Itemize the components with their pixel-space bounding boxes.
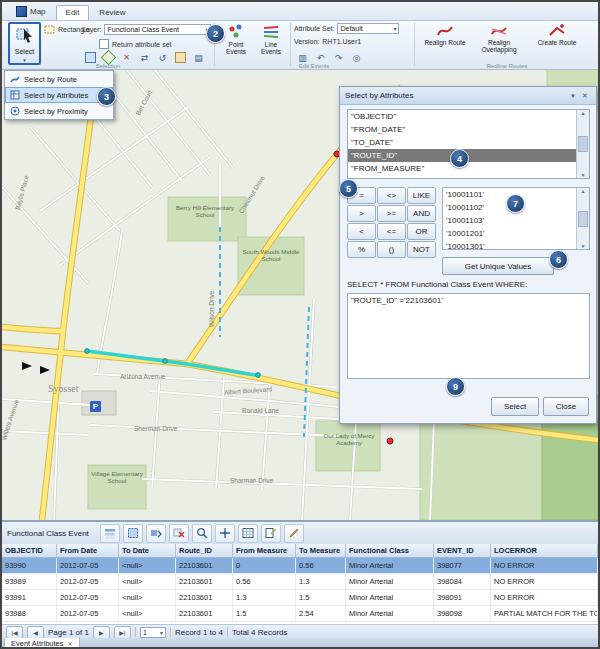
- select-tool-button[interactable]: Select ▾: [8, 22, 41, 65]
- field-item[interactable]: "FROM_MEASURE": [348, 162, 589, 175]
- where-clause-textarea[interactable]: "ROUTE_ID" ='22103601': [347, 293, 590, 379]
- column-header-from-date[interactable]: From Date: [57, 544, 119, 557]
- data-grid-icon[interactable]: [238, 524, 258, 543]
- callout-2: 2: [206, 24, 225, 43]
- fields-scrollbar[interactable]: ▲ ▼: [576, 110, 589, 178]
- first-page-button[interactable]: |◀: [6, 626, 23, 639]
- layer-combobox[interactable]: Functional Class Event ▾: [104, 24, 211, 35]
- scrollbar-thumb[interactable]: [578, 211, 588, 227]
- get-unique-values-button[interactable]: Get Unique Values: [442, 257, 554, 275]
- scroll-up-icon[interactable]: ▲: [581, 188, 586, 194]
- tab-review-label: Review: [99, 8, 125, 17]
- value-item[interactable]: '10001201': [443, 227, 589, 240]
- table-header-row[interactable]: OBJECTID From Date To Date Route_ID From…: [2, 544, 598, 558]
- create-route-button[interactable]: Create Route: [532, 23, 582, 64]
- edit-events-group-label: Edit Events: [218, 63, 410, 69]
- layer-list-icon[interactable]: [100, 524, 120, 543]
- column-header-locerror[interactable]: LOCERROR: [491, 544, 598, 557]
- value-item[interactable]: '10001103': [443, 214, 589, 227]
- pager-separator: [170, 627, 171, 637]
- selection-group-label: Selection: [6, 63, 210, 69]
- layer-combobox-value: Functional Class Event: [107, 26, 179, 33]
- menu-item-select-by-proximity[interactable]: Select by Proximity: [5, 103, 113, 119]
- cell: NO ERROR: [491, 574, 598, 589]
- operator-less-button[interactable]: <: [347, 223, 376, 240]
- operator-greater-equal-button[interactable]: >=: [377, 205, 406, 222]
- table-row[interactable]: 93988 2012-07-05 <null> 22103601 1.5 2.5…: [2, 606, 598, 622]
- chevron-down-icon: ▾: [160, 629, 163, 636]
- column-header-route-id[interactable]: Route_ID: [176, 544, 233, 557]
- tab-close-icon[interactable]: ✕: [68, 640, 73, 647]
- field-item[interactable]: "TO_DATE": [348, 136, 589, 149]
- last-page-button[interactable]: ▶|: [114, 626, 131, 639]
- version-value: RHT1.User1: [322, 38, 361, 45]
- previous-page-button[interactable]: ◀: [27, 626, 44, 639]
- select-records-icon[interactable]: [123, 524, 143, 543]
- column-header-to-measure[interactable]: To Measure: [296, 544, 346, 557]
- callout-5: 5: [339, 179, 358, 198]
- table-row[interactable]: 93989 2012-07-05 <null> 22103601 0.56 1.…: [2, 574, 598, 590]
- dialog-title-bar[interactable]: Select by Attributes ▾ ✕: [340, 87, 596, 105]
- values-scrollbar[interactable]: ▲ ▼: [576, 188, 589, 249]
- map-street-label: Sherman Drive: [134, 425, 177, 432]
- operator-percent-button[interactable]: %: [347, 241, 376, 258]
- field-item[interactable]: "FROM_DATE": [348, 123, 589, 136]
- column-header-to-date[interactable]: To Date: [119, 544, 176, 557]
- realign-route-icon: [436, 23, 454, 39]
- dialog-select-button[interactable]: Select: [491, 397, 539, 416]
- dialog-close-button[interactable]: Close: [543, 397, 589, 416]
- edit-records-icon[interactable]: [284, 524, 304, 543]
- cell: 2012-07-05: [57, 606, 119, 621]
- tab-edit[interactable]: Edit: [56, 5, 90, 20]
- attribute-set-combobox[interactable]: Default ▾: [337, 23, 399, 34]
- zoom-to-selected-icon[interactable]: [192, 524, 212, 543]
- operator-greater-button[interactable]: >: [347, 205, 376, 222]
- tab-review[interactable]: Review: [89, 5, 135, 20]
- fields-listbox[interactable]: "OBJECTID" "FROM_DATE" "TO_DATE" "ROUTE_…: [347, 109, 590, 179]
- select-tool-icon: [16, 26, 34, 43]
- cell: PARTIAL MATCH FOR THE TO-...: [491, 606, 598, 621]
- return-attribute-set-checkbox[interactable]: Return attribute set: [99, 39, 172, 49]
- cell: 0.56: [233, 574, 296, 589]
- realign-overlapping-label: Realign Overlapping: [474, 39, 524, 54]
- tab-map[interactable]: Map: [6, 3, 56, 20]
- cell: 2012-07-05: [57, 558, 119, 573]
- pan-to-selected-icon[interactable]: [215, 524, 235, 543]
- column-header-from-measure[interactable]: From Measure: [233, 544, 296, 557]
- operator-parentheses-button[interactable]: (): [377, 241, 406, 258]
- dialog-dropdown-icon[interactable]: ▾: [567, 92, 579, 100]
- operator-like-button[interactable]: LIKE: [407, 187, 436, 204]
- realign-overlapping-button[interactable]: Realign Overlapping: [474, 23, 524, 64]
- operator-and-button[interactable]: AND: [407, 205, 436, 222]
- clear-selection-icon[interactable]: [169, 524, 189, 543]
- value-item[interactable]: '10001301': [443, 240, 589, 250]
- column-header-objectid[interactable]: OBJECTID: [2, 544, 57, 557]
- operator-not-button[interactable]: NOT: [407, 241, 436, 258]
- field-item[interactable]: "OBJECTID": [348, 110, 589, 123]
- table-row[interactable]: 93991 2012-07-05 <null> 22103601 1.3 1.5…: [2, 590, 598, 606]
- column-header-event-id[interactable]: EVENT_ID: [434, 544, 491, 557]
- cell: Minor Arterial: [346, 574, 434, 589]
- next-page-button[interactable]: ▶: [93, 626, 110, 639]
- dialog-close-icon[interactable]: ✕: [579, 92, 591, 100]
- column-header-functional-class[interactable]: Functional Class: [346, 544, 434, 557]
- operator-less-equal-button[interactable]: <=: [377, 223, 406, 240]
- operator-or-button[interactable]: OR: [407, 223, 436, 240]
- cell: 1.5: [296, 590, 346, 605]
- realign-route-button[interactable]: Realign Route: [420, 23, 470, 64]
- tab-event-attributes[interactable]: Event Attributes ✕: [4, 638, 80, 649]
- switch-selection-icon[interactable]: [146, 524, 166, 543]
- line-events-button[interactable]: Line Events: [253, 22, 289, 67]
- scroll-up-icon[interactable]: ▲: [581, 110, 586, 116]
- realign-route-label: Realign Route: [423, 39, 467, 46]
- scroll-down-icon[interactable]: ▼: [581, 172, 586, 178]
- map-street-label: Ronald Lane: [242, 407, 279, 414]
- page-size-combobox[interactable]: 1 ▾: [140, 627, 166, 638]
- callout-7: 7: [506, 194, 525, 213]
- scrollbar-thumb[interactable]: [578, 136, 588, 152]
- scroll-down-icon[interactable]: ▼: [581, 243, 586, 249]
- field-calculator-icon[interactable]: [261, 524, 281, 543]
- operator-not-equals-button[interactable]: <>: [377, 187, 406, 204]
- menu-item-select-by-route[interactable]: Select by Route: [5, 71, 113, 87]
- table-row[interactable]: 93990 2012-07-05 <null> 22103601 0 0.56 …: [2, 558, 598, 574]
